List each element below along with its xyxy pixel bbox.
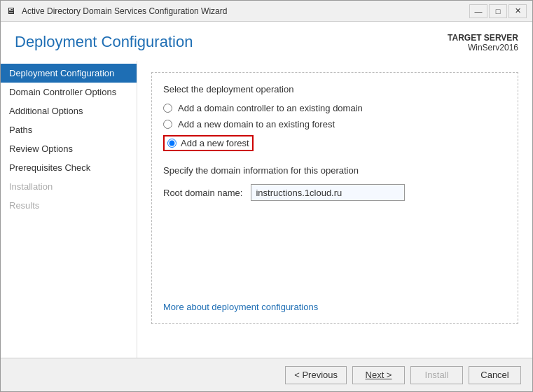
deployment-radio-group: Add a domain controller to an existing d… (163, 103, 506, 151)
sidebar-item-prerequisites-check[interactable]: Prerequisites Check (1, 158, 137, 177)
header: Deployment Configuration TARGET SERVER W… (1, 22, 532, 61)
main-window: 🖥 Active Directory Domain Services Confi… (0, 0, 533, 392)
radio-item-existing-forest[interactable]: Add a new domain to an existing forest (163, 119, 506, 130)
cancel-button[interactable]: Cancel (469, 366, 521, 384)
install-button[interactable]: Install (410, 366, 463, 384)
domain-row: Root domain name: (163, 184, 506, 201)
more-about-link[interactable]: More about deployment configurations (163, 302, 318, 312)
radio-label-existing-forest: Add a new domain to an existing forest (178, 119, 335, 130)
app-icon: 🖥 (6, 6, 18, 17)
sidebar-item-paths[interactable]: Paths (1, 120, 137, 139)
radio-new-forest[interactable] (167, 139, 176, 148)
target-server-name: WinServ2016 (448, 43, 518, 52)
previous-button[interactable]: < Previous (285, 366, 347, 384)
sidebar: Deployment Configuration Domain Controll… (1, 61, 137, 358)
sidebar-item-additional-options[interactable]: Additional Options (1, 102, 137, 120)
main-panel: Select the deployment operation Add a do… (137, 61, 532, 358)
target-server-info: TARGET SERVER WinServ2016 (448, 33, 518, 52)
root-domain-input[interactable] (251, 184, 405, 201)
content-area: Deployment Configuration Domain Controll… (1, 61, 532, 358)
sidebar-item-deployment[interactable]: Deployment Configuration (1, 64, 137, 83)
target-server-label: TARGET SERVER (448, 33, 518, 43)
page-title: Deployment Configuration (15, 33, 193, 51)
footer: < Previous Next > Install Cancel (1, 358, 532, 391)
deployment-section-title: Select the deployment operation (163, 84, 506, 94)
main-inner-panel: Select the deployment operation Add a do… (151, 72, 518, 324)
domain-label: Root domain name: (163, 188, 242, 198)
titlebar: 🖥 Active Directory Domain Services Confi… (1, 1, 532, 22)
sidebar-item-installation: Installation (1, 177, 137, 196)
next-button[interactable]: Next > (352, 366, 405, 384)
domain-section-title: Specify the domain information for this … (163, 165, 506, 176)
radio-existing-forest[interactable] (163, 120, 172, 129)
sidebar-item-results: Results (1, 196, 137, 215)
radio-item-new-forest[interactable]: Add a new forest (163, 135, 506, 151)
radio-existing-domain[interactable] (163, 104, 172, 113)
radio-new-forest-highlight: Add a new forest (163, 135, 254, 151)
titlebar-buttons: — □ ✕ (469, 4, 527, 18)
radio-item-existing-domain[interactable]: Add a domain controller to an existing d… (163, 103, 506, 113)
sidebar-item-review-options[interactable]: Review Options (1, 139, 137, 158)
radio-label-existing-domain: Add a domain controller to an existing d… (178, 103, 363, 113)
close-button[interactable]: ✕ (508, 4, 527, 18)
window-title: Active Directory Domain Services Configu… (22, 6, 469, 16)
radio-label-new-forest: Add a new forest (181, 138, 249, 148)
sidebar-item-dc-options[interactable]: Domain Controller Options (1, 83, 137, 102)
minimize-button[interactable]: — (469, 4, 487, 18)
maximize-button[interactable]: □ (489, 4, 507, 18)
